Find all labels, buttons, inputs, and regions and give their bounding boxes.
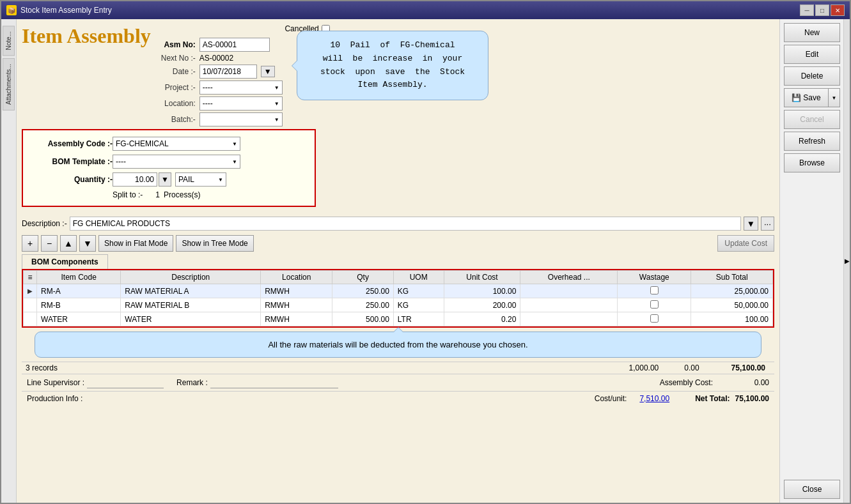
cell-location: RMWH bbox=[261, 298, 332, 312]
qty-unit-arrow: ▼ bbox=[218, 177, 223, 183]
remove-row-button[interactable]: − bbox=[41, 235, 58, 252]
project-dropdown-arrow: ▼ bbox=[274, 85, 279, 91]
refresh-button[interactable]: Refresh bbox=[784, 132, 840, 151]
cost-unit-label: Cost/unit: bbox=[595, 394, 627, 403]
cell-location: RMWH bbox=[261, 284, 332, 298]
move-up-button[interactable]: ▲ bbox=[60, 235, 77, 252]
footer-total-subtotal: 75,100.00 bbox=[731, 363, 770, 372]
col-header-wastage: Wastage bbox=[618, 271, 691, 284]
scroll-arrow[interactable]: ▶ bbox=[843, 19, 850, 503]
quantity-input[interactable] bbox=[113, 172, 157, 187]
description-more-btn[interactable]: ··· bbox=[761, 217, 774, 231]
date-dropdown-btn[interactable]: ▼ bbox=[261, 66, 275, 77]
minimize-button[interactable]: ─ bbox=[800, 4, 814, 16]
line-supervisor-label: Line Supervisor : bbox=[27, 378, 84, 387]
footer-total-overhead: 0.00 bbox=[684, 363, 724, 372]
add-row-button[interactable]: + bbox=[22, 235, 38, 252]
next-no-value: AS-00002 bbox=[199, 54, 233, 63]
line-supervisor-input[interactable] bbox=[87, 377, 164, 388]
bom-template-label: BOM Template :- bbox=[29, 157, 113, 166]
project-value: ---- bbox=[203, 83, 213, 92]
flat-mode-button[interactable]: Show in Flat Mode bbox=[98, 235, 173, 252]
form-area: Item Assembly 10 Pail of FG-Chemicalwill… bbox=[17, 19, 779, 503]
cell-subtotal: 50,000.00 bbox=[691, 298, 773, 312]
save-button[interactable]: 💾 Save bbox=[784, 88, 829, 107]
save-button-group: 💾 Save ▼ bbox=[784, 88, 840, 107]
title-bar: 📦 Stock Item Assembly Entry ─ □ ✕ bbox=[1, 1, 850, 19]
update-cost-button[interactable]: Update Cost bbox=[717, 235, 774, 252]
table-row[interactable]: RM-B RAW MATERIAL B RMWH 250.00 KG 200.0… bbox=[24, 298, 773, 312]
date-input[interactable] bbox=[199, 65, 257, 79]
description-row: Description :- FG CHEMICAL PRODUCTS ▼ ··… bbox=[22, 215, 774, 233]
cell-description: RAW MATERIAL B bbox=[121, 298, 261, 312]
location-dropdown-arrow: ▼ bbox=[274, 101, 279, 107]
batch-dropdown[interactable]: ▼ bbox=[199, 112, 283, 126]
new-button[interactable]: New bbox=[784, 23, 840, 42]
col-header-item-code: Item Code bbox=[37, 271, 121, 284]
next-no-label: Next No :- bbox=[151, 54, 196, 63]
header-row: Item Assembly 10 Pail of FG-Chemicalwill… bbox=[22, 24, 774, 126]
cell-wastage[interactable] bbox=[618, 284, 691, 298]
delete-button[interactable]: Delete bbox=[784, 66, 840, 86]
window-frame: 📦 Stock Item Assembly Entry ─ □ ✕ Note..… bbox=[0, 0, 851, 504]
col-header-qty: Qty bbox=[332, 271, 393, 284]
bom-components-tab[interactable]: BOM Components bbox=[22, 254, 108, 269]
footer-total-qty: 1,000.00 bbox=[629, 363, 678, 372]
col-header-subtotal: Sub Total bbox=[691, 271, 773, 284]
save-dropdown-arrow[interactable]: ▼ bbox=[829, 88, 840, 107]
side-tabs: Note... Attachments... bbox=[1, 19, 17, 503]
edit-button[interactable]: Edit bbox=[784, 45, 840, 64]
assembly-code-arrow: ▼ bbox=[232, 141, 237, 147]
bom-template-value: ---- bbox=[116, 157, 126, 166]
cell-wastage[interactable] bbox=[618, 298, 691, 312]
assembly-code-label: Assembly Code :- bbox=[29, 139, 113, 148]
tree-mode-button[interactable]: Show in Tree Mode bbox=[176, 235, 253, 252]
attachments-tab[interactable]: Attachments... bbox=[3, 58, 15, 111]
cell-unit-cost: 0.20 bbox=[444, 312, 520, 326]
app-icon: 📦 bbox=[6, 5, 17, 15]
cell-uom: KG bbox=[393, 298, 444, 312]
cell-overhead bbox=[520, 298, 618, 312]
assembly-code-dropdown[interactable]: FG-CHEMICAL ▼ bbox=[113, 137, 240, 151]
close-window-button[interactable]: ✕ bbox=[831, 4, 845, 16]
move-down-button[interactable]: ▼ bbox=[79, 235, 96, 252]
save-label: Save bbox=[803, 93, 820, 102]
description-label: Description :- bbox=[22, 219, 67, 228]
asm-no-input[interactable] bbox=[199, 38, 270, 52]
assembly-cost-value: 0.00 bbox=[718, 378, 769, 387]
project-dropdown[interactable]: ---- ▼ bbox=[199, 80, 283, 95]
page-title: Item Assembly bbox=[22, 24, 151, 48]
assembly-cost-label: Assembly Cost: bbox=[660, 378, 713, 387]
net-total-row: Production Info : Cost/unit: 7,510.00 Ne… bbox=[22, 391, 774, 406]
note-tab[interactable]: Note... bbox=[3, 26, 15, 56]
cell-subtotal: 100.00 bbox=[691, 312, 773, 326]
cancel-button[interactable]: Cancel bbox=[784, 110, 840, 129]
footer-summary: 3 records 1,000.00 0.00 75,100.00 bbox=[22, 362, 774, 374]
cell-qty: 250.00 bbox=[332, 298, 393, 312]
quantity-unit-value: PAIL bbox=[178, 175, 194, 184]
bom-template-dropdown[interactable]: ---- ▼ bbox=[113, 155, 240, 169]
close-button[interactable]: Close bbox=[784, 480, 840, 499]
cell-location: RMWH bbox=[261, 312, 332, 326]
table-row[interactable]: ▶ RM-A RAW MATERIAL A RMWH 250.00 KG 100… bbox=[24, 284, 773, 298]
quantity-unit-dropdown[interactable]: PAIL ▼ bbox=[175, 172, 226, 187]
cell-overhead bbox=[520, 284, 618, 298]
bottom-tooltip: All the raw materials will be deducted f… bbox=[35, 332, 761, 358]
cell-item-code: RM-A bbox=[37, 284, 121, 298]
location-value: ---- bbox=[203, 99, 213, 108]
browse-button[interactable]: Browse bbox=[784, 153, 840, 172]
cell-subtotal: 25,000.00 bbox=[691, 284, 773, 298]
maximize-button[interactable]: □ bbox=[815, 4, 829, 16]
bottom-tooltip-text: All the raw materials will be deducted f… bbox=[268, 340, 527, 349]
bom-section: + − ▲ ▼ Show in Flat Mode Show in Tree M… bbox=[22, 235, 774, 328]
remark-input[interactable] bbox=[210, 377, 338, 388]
cell-overhead bbox=[520, 312, 618, 326]
cell-description: WATER bbox=[121, 312, 261, 326]
qty-spinner-arrow[interactable]: ▼ bbox=[159, 172, 171, 187]
description-dropdown-btn[interactable]: ▼ bbox=[744, 217, 758, 231]
cost-unit-value[interactable]: 7,510.00 bbox=[639, 394, 669, 403]
cell-wastage[interactable] bbox=[618, 312, 691, 326]
location-dropdown[interactable]: ---- ▼ bbox=[199, 96, 283, 111]
cell-qty: 250.00 bbox=[332, 284, 393, 298]
row-indicator bbox=[24, 298, 37, 312]
